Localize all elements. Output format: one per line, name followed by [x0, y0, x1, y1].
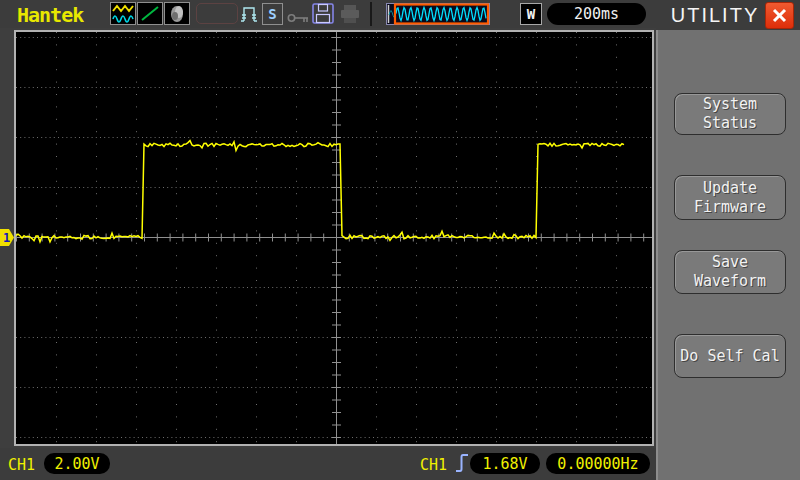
save-icon[interactable] — [312, 3, 335, 29]
trigger-frequency-value: 0.00000Hz — [557, 455, 638, 473]
record-preview[interactable] — [386, 3, 490, 29]
pulse-icon[interactable] — [240, 5, 260, 27]
s-mode-icon[interactable]: S — [262, 3, 283, 25]
green-line-glyph — [139, 4, 161, 23]
channel-number: 1 — [3, 231, 10, 245]
waveform-icon[interactable] — [110, 2, 136, 25]
ch1-scale-readout: 2.00V — [44, 453, 110, 474]
graticule-and-trace — [16, 32, 652, 444]
printer-glyph — [339, 4, 362, 24]
close-icon — [772, 8, 787, 23]
update-firmware-button[interactable]: Update Firmware — [674, 175, 786, 220]
green-line-icon[interactable] — [137, 2, 163, 25]
menu-body: System Status Update Firmware Save Wavef… — [656, 30, 800, 480]
trigger-frequency-readout: 0.00000Hz — [546, 453, 650, 474]
scope-display-bezel: 1 — [0, 28, 656, 448]
s-mode-label: S — [268, 6, 276, 22]
waveform-icon-glyph — [112, 4, 134, 23]
trigger-level-readout: 1.68V — [470, 453, 540, 474]
rising-edge-glyph — [455, 452, 470, 475]
empty-readout-field — [196, 3, 238, 24]
pulse-glyph — [240, 5, 260, 23]
channel1-position-marker[interactable]: 1 — [0, 229, 14, 246]
window-icon[interactable]: W — [520, 3, 542, 25]
save-waveform-button[interactable]: Save Waveform — [674, 250, 786, 294]
utility-menu-panel: UTILITY System Status Update Firmware Sa… — [656, 0, 800, 480]
menu-header: UTILITY — [656, 0, 800, 30]
record-preview-glyph — [386, 3, 490, 25]
window-label: W — [527, 6, 535, 22]
thumb-glyph — [166, 4, 188, 23]
do-self-cal-button[interactable]: Do Self Cal — [674, 334, 786, 378]
ch1-scale-value: 2.00V — [54, 455, 99, 473]
trigger-level-value: 1.68V — [482, 455, 527, 473]
key-icon[interactable] — [287, 9, 310, 28]
menu-title: UTILITY — [671, 4, 759, 27]
system-status-button[interactable]: System Status — [674, 93, 786, 135]
scope-screen — [14, 30, 654, 446]
ch1-label: CH1 — [8, 456, 35, 474]
timebase-value: 200ms — [574, 5, 619, 23]
close-button[interactable] — [765, 2, 794, 29]
print-icon[interactable] — [339, 4, 362, 28]
floppy-glyph — [312, 3, 335, 25]
trigger-source-label: CH1 — [420, 456, 447, 474]
channel1-marker-glyph: 1 — [0, 229, 14, 246]
brand-logo: Hantek — [17, 3, 83, 27]
toolbar-divider — [370, 2, 372, 26]
timebase-readout: 200ms — [547, 3, 646, 25]
thumb-icon[interactable] — [164, 2, 190, 25]
key-glyph — [287, 12, 310, 24]
status-bar: CH1 2.00V CH1 1.68V 0.00000Hz — [0, 448, 656, 480]
rising-edge-icon — [455, 452, 470, 479]
top-toolbar: Hantek S — [0, 0, 656, 28]
